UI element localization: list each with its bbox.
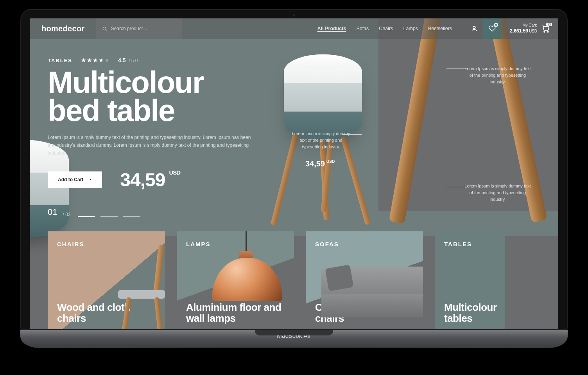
svg-line-1	[106, 30, 106, 31]
shadow	[42, 346, 546, 354]
callout-bottom-right: Lorem Ipsum is simply dummy text of the …	[464, 183, 531, 203]
pager-total: / 03	[63, 212, 70, 217]
header-icons: 5	[465, 18, 501, 39]
search-icon	[102, 26, 107, 32]
main-nav: All Products Sofas Chairs Lamps Bestsell…	[317, 26, 452, 31]
macbook-notch	[255, 330, 333, 335]
category-cards: CHAIRS Wood and cloth chairs LAMPS Alumi…	[48, 231, 558, 329]
callout-left: Lorem Ipsum is simply dummy text of the …	[292, 130, 350, 150]
svg-point-0	[103, 27, 106, 30]
rating-text: 4.5 / 5.0	[118, 57, 138, 63]
callout-price-currency: USD	[326, 159, 335, 164]
nav-all-products[interactable]: All Products	[317, 26, 346, 31]
card-category: CHAIRS	[57, 241, 156, 247]
nav-sofas[interactable]: Sofas	[356, 26, 369, 31]
callout-price: 34,59USD	[305, 159, 335, 168]
hero-price: 34,59USD	[120, 169, 180, 191]
pager-indicator[interactable]	[100, 216, 118, 217]
rating-stars: ★ ★ ★ ★ ★	[81, 57, 109, 64]
macbook-frame: homedecor All Products Sofas Chairs Lamp…	[20, 9, 568, 354]
add-to-cart-label: Add to Cart	[58, 177, 83, 182]
camera-dot	[293, 14, 295, 16]
callout-top-right: Lorem Ipsum is simply dummy text of the …	[464, 65, 531, 85]
card-category: SOFAS	[315, 241, 414, 247]
add-to-cart-button[interactable]: Add to Cart	[48, 171, 102, 188]
callout-price-value: 34,59	[305, 159, 325, 168]
rating-value: 4.5	[118, 57, 125, 63]
cart-summary[interactable]: My Cart: 2,661.59USD 12	[510, 23, 550, 34]
nav-bestsellers[interactable]: Bestsellers	[428, 26, 452, 31]
star-icon: ★	[87, 57, 92, 64]
price-currency: USD	[169, 169, 180, 176]
pager-indicator[interactable]	[123, 216, 140, 217]
star-icon: ★	[93, 57, 98, 64]
viewport: homedecor All Products Sofas Chairs Lamp…	[30, 18, 558, 329]
category-card-sofas[interactable]: SOFAS Cloth sofas and chairs	[306, 231, 423, 329]
cart-currency: USD	[529, 29, 537, 33]
card-image	[102, 247, 165, 329]
card-category: TABLES	[444, 241, 496, 247]
search-box[interactable]	[96, 18, 182, 39]
hero-description: Lorem Ipsum is simply dummy text of the …	[48, 133, 251, 157]
screen-bezel: homedecor All Products Sofas Chairs Lamp…	[20, 9, 568, 330]
star-icon: ★	[99, 57, 104, 64]
search-input[interactable]	[111, 26, 176, 31]
cart-label: My Cart:	[510, 23, 537, 28]
macbook-base: MacBook Air	[20, 330, 568, 348]
category-card-chairs[interactable]: CHAIRS Wood and cloth chairs	[48, 231, 165, 329]
account-button[interactable]	[465, 18, 483, 39]
nav-lamps[interactable]: Lamps	[403, 26, 418, 31]
card-image	[208, 231, 290, 314]
brand-logo[interactable]: homedecor	[41, 24, 85, 33]
hero-category[interactable]: TABLES	[48, 58, 72, 63]
chevron-right-icon	[89, 178, 92, 182]
nav-chairs[interactable]: Chairs	[379, 26, 393, 31]
card-title: Multicolour tables	[444, 302, 496, 324]
svg-point-4	[547, 31, 549, 32]
svg-point-2	[473, 26, 475, 29]
svg-point-3	[544, 31, 545, 32]
cart-badge: 12	[546, 23, 552, 26]
star-icon: ★	[81, 57, 86, 64]
header: homedecor All Products Sofas Chairs Lamp…	[30, 18, 558, 39]
price-value: 34,59	[120, 169, 165, 190]
star-icon: ★	[104, 57, 109, 64]
cart-amount: 2,661.59	[510, 28, 528, 34]
card-image	[321, 255, 423, 329]
wishlist-badge: 5	[494, 23, 498, 27]
category-card-lamps[interactable]: LAMPS Aluminium floor and wall lamps	[177, 231, 294, 329]
pager-indicator[interactable]	[78, 216, 95, 217]
rating-max: / 5.0	[129, 58, 138, 63]
wishlist-button[interactable]: 5	[483, 18, 501, 39]
user-icon	[471, 25, 478, 32]
category-card-tables[interactable]: TABLES Multicolour tables	[435, 231, 505, 329]
pager-current: 01	[48, 207, 57, 217]
cart-icon-wrap: 12	[541, 24, 550, 33]
